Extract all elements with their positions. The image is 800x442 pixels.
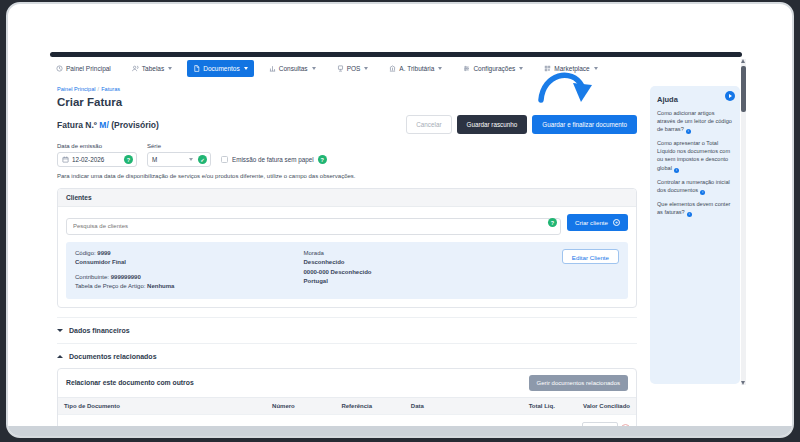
nav-item-pos[interactable]: POS <box>331 60 375 77</box>
main-content: Painel Principal/Faturas Criar Fatura Fa… <box>57 86 637 438</box>
related-docs-title: Relacionar este documento com outros <box>66 379 194 386</box>
info-icon: i <box>674 168 679 173</box>
paperless-option: Emissão de fatura sem papel ? <box>221 155 327 164</box>
client-code: Código: 9999 <box>75 249 303 259</box>
create-client-label: Criar cliente <box>575 219 608 226</box>
help-badge-icon[interactable]: ? <box>318 155 327 164</box>
chevron-down-icon <box>57 329 63 332</box>
issue-date-label: Data de emissão <box>57 143 137 149</box>
annotation-arrow-icon <box>536 64 598 116</box>
nav-label: Documentos <box>203 65 240 72</box>
series-label: Série <box>147 143 211 149</box>
client-address-line2: 0000-000 Desconhecido <box>303 268 561 278</box>
scroll-down-arrow-icon[interactable] <box>741 381 745 385</box>
chevron-down-icon <box>189 158 193 161</box>
nav-label: Painel Principal <box>66 65 111 72</box>
edit-client-button[interactable]: Editar Cliente <box>562 249 619 264</box>
issue-date-field: Data de emissão 12-02-2026 ? <box>57 143 137 167</box>
info-icon: i <box>686 129 691 134</box>
nav-item-a-tributaria[interactable]: A. Tributária <box>383 60 448 77</box>
invoice-number-title: Fatura N.º M/ (Provisório) <box>57 120 159 130</box>
bank-icon <box>389 65 396 72</box>
help-link-numeracao[interactable]: Controlar a numeração inicial dos docume… <box>657 178 733 195</box>
nav-item-documentos[interactable]: Documentos <box>187 60 254 77</box>
people-icon <box>132 65 139 72</box>
col-header-total: Total Liq. <box>491 397 560 414</box>
nav-label: A. Tributária <box>399 65 434 72</box>
save-draft-button[interactable]: Guardar rascunho <box>457 115 528 134</box>
nav-label: Consultas <box>279 65 308 72</box>
play-icon <box>729 94 732 98</box>
help-badge-icon[interactable]: ? <box>124 155 133 164</box>
selected-client-card: Código: 9999 Consumidor Final Contribuin… <box>66 242 628 299</box>
action-buttons: Cancelar Guardar rascunho Guardar e fina… <box>406 115 637 134</box>
document-icon <box>193 65 200 72</box>
valid-badge-icon: ✓ <box>198 155 207 164</box>
series-value: M <box>152 156 184 163</box>
series-select[interactable]: M ✓ <box>147 152 211 167</box>
chevron-down-icon <box>244 67 248 70</box>
clock-icon <box>56 65 63 72</box>
create-client-button[interactable]: Criar cliente + <box>567 214 628 231</box>
section-documentos-relacionados[interactable]: Documentos relacionados <box>57 343 637 360</box>
help-badge-icon[interactable]: ? <box>548 218 557 227</box>
save-finalize-button[interactable]: Guardar e finalizar documento <box>532 115 637 134</box>
scroll-up-arrow-icon[interactable] <box>741 59 745 63</box>
calendar-icon <box>62 156 69 163</box>
series-field: Série M ✓ <box>147 143 211 167</box>
nav-item-painel-principal[interactable]: Painel Principal <box>50 60 117 77</box>
info-icon: i <box>700 190 705 195</box>
client-address-label: Morada <box>303 249 561 259</box>
plus-circle-icon: + <box>613 219 620 226</box>
clients-panel-header: Clientes <box>58 189 636 207</box>
help-link-total-liquido[interactable]: Como apresentar o Total Líquido nos docu… <box>657 139 733 172</box>
scrollbar-thumb[interactable] <box>741 66 746 112</box>
client-address-line1: Desconhecido <box>303 258 561 268</box>
manage-related-docs-button[interactable]: Gerir documentos relacionados <box>529 375 628 391</box>
nav-label: Tabelas <box>142 65 164 72</box>
pos-terminal-icon <box>337 65 344 72</box>
window-bottom-bezel <box>8 426 792 436</box>
col-header-data: Data <box>405 397 492 414</box>
nav-item-tabelas[interactable]: Tabelas <box>126 60 178 77</box>
breadcrumb-item-faturas[interactable]: Faturas <box>101 86 120 92</box>
issue-date-input[interactable]: 12-02-2026 ? <box>57 152 137 167</box>
clients-panel: Clientes ? Criar cliente + Código: 9999 <box>57 188 637 308</box>
section-dados-financeiros[interactable]: Dados financeiros <box>57 317 637 334</box>
chevron-down-icon <box>438 67 442 70</box>
section-label: Documentos relacionados <box>69 353 157 360</box>
chevron-down-icon <box>519 67 523 70</box>
help-title: Ajuda <box>657 95 733 104</box>
col-header-numero: Número <box>266 397 335 414</box>
paperless-checkbox[interactable] <box>221 156 228 163</box>
chevron-down-icon <box>364 67 368 70</box>
client-price-table: Tabela de Preço de Artigo: Nenhuma <box>75 282 303 292</box>
vertical-scrollbar[interactable] <box>741 59 746 385</box>
chevron-down-icon <box>168 67 172 70</box>
info-icon: i <box>687 212 692 217</box>
client-search-input[interactable] <box>66 218 561 235</box>
cancel-button[interactable]: Cancelar <box>406 115 451 134</box>
breadcrumb-item-painel[interactable]: Painel Principal <box>57 86 96 92</box>
invoice-series: M/ <box>99 120 108 130</box>
window-top-bar <box>50 52 742 57</box>
client-address-line3: Portugal <box>303 277 561 287</box>
chevron-down-icon <box>312 67 316 70</box>
breadcrumb-separator: / <box>98 86 100 92</box>
issue-date-value: 12-02-2026 <box>72 156 121 163</box>
bar-chart-icon <box>269 65 276 72</box>
col-header-tipo: Tipo de Documento <box>58 397 266 414</box>
availability-note: Para indicar uma data de disponibilizaçã… <box>57 173 637 179</box>
help-link-elementos-faturas[interactable]: Que elementos devem conter as faturas?i <box>657 200 733 217</box>
invoice-label: Fatura N.º <box>57 120 97 130</box>
col-header-referencia: Referência <box>335 397 404 414</box>
nav-item-consultas[interactable]: Consultas <box>263 60 322 77</box>
client-name: Consumidor Final <box>75 258 303 268</box>
help-sidebar: Ajuda Como adicionar artigos através de … <box>650 86 740 384</box>
nav-item-configuracoes[interactable]: Configurações <box>457 60 529 77</box>
nav-label: Configurações <box>473 65 515 72</box>
main-nav: Painel Principal Tabelas Documentos Cons… <box>50 58 604 78</box>
play-video-button[interactable] <box>725 91 735 101</box>
client-vat: Contribuinte: 999999990 <box>75 273 303 283</box>
help-link-barcode[interactable]: Como adicionar artigos através de um lei… <box>657 109 733 134</box>
